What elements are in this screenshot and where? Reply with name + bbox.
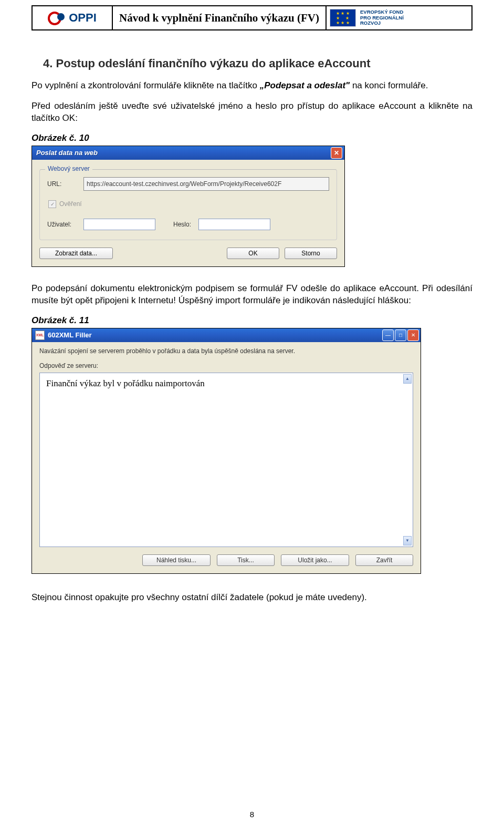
verify-checkbox-row: ✓ Ověření	[48, 200, 329, 208]
print-preview-button[interactable]: Náhled tisku...	[142, 554, 211, 566]
section-heading: 4. Postup odeslání finančního výkazu do …	[43, 57, 472, 70]
scroll-down-icon[interactable]: ▼	[403, 536, 412, 545]
oppi-logo: OPPI	[48, 9, 97, 27]
url-input[interactable]: https://eaccount-test.czechinvest.org/We…	[83, 177, 329, 191]
web-server-group: Webový server URL: https://eaccount-test…	[39, 169, 337, 240]
oppi-text: OPPI	[69, 11, 97, 25]
close-button[interactable]: Zavřít	[355, 554, 413, 566]
pass-input[interactable]	[198, 219, 270, 230]
user-input[interactable]	[83, 219, 155, 230]
cancel-button[interactable]: Storno	[285, 248, 337, 259]
credentials-row: Uživatel: Heslo:	[47, 219, 329, 230]
document-page: OPPI Návod k vyplnění Finančního výkazu …	[0, 5, 504, 824]
dialog2-titlebar: XML 602XML Filler — □ ✕	[32, 328, 421, 342]
eu-fund-label: EVROPSKÝ FOND PRO REGIONÁLNÍ ROZVOJ	[360, 9, 404, 26]
dialog2-buttons: Náhled tisku... Tisk... Uložit jako... Z…	[39, 554, 413, 566]
paragraph-1: Po vyplnění a zkontrolování formuláře kl…	[32, 80, 472, 92]
dialog1-title-text: Poslat data na web	[36, 149, 98, 157]
figure-label-11: Obrázek č. 11	[32, 315, 472, 326]
minimize-icon[interactable]: —	[382, 329, 394, 341]
reply-text: Finanční výkaz byl v pořádku naimportová…	[46, 378, 406, 389]
user-label: Uživatel:	[47, 221, 76, 228]
dialog2-title-text: 602XML Filler	[48, 331, 92, 339]
dialog1-body: Webový server URL: https://eaccount-test…	[32, 160, 344, 266]
verify-label: Ověření	[59, 200, 82, 208]
oppi-icon	[48, 9, 66, 27]
page-content: 4. Postup odeslání finančního výkazu do …	[32, 57, 472, 604]
reply-textarea[interactable]: Finanční výkaz byl v pořádku naimportová…	[39, 373, 413, 547]
dialog-import-result: XML 602XML Filler — □ ✕ Navázání spojení…	[32, 328, 421, 574]
show-data-button[interactable]: Zobrazit data...	[39, 248, 113, 259]
page-title: Návod k vyplnění Finančního výkazu (FV)	[113, 5, 326, 30]
paragraph-3: Po podepsání dokumentu elektronickým pod…	[32, 283, 472, 307]
scrollbar[interactable]: ▲ ▼	[403, 374, 412, 545]
dialog1-buttons: Zobrazit data... OK Storno	[39, 248, 337, 259]
maximize-icon[interactable]: □	[395, 329, 406, 341]
dialog1-titlebar: Poslat data na web ✕	[32, 146, 344, 160]
close-icon[interactable]: ✕	[407, 329, 419, 341]
reply-label: Odpověď ze serveru:	[39, 362, 413, 369]
url-row: URL: https://eaccount-test.czechinvest.o…	[47, 177, 329, 191]
eu-flag-icon: ★ ★ ★★ ★★ ★ ★	[330, 9, 356, 27]
checkbox-icon[interactable]: ✓	[48, 200, 56, 208]
save-as-button[interactable]: Uložit jako...	[281, 554, 349, 566]
print-button[interactable]: Tisk...	[217, 554, 275, 566]
status-message: Navázání spojení se serverem proběhlo v …	[39, 347, 413, 355]
ok-button[interactable]: OK	[227, 248, 279, 259]
group-legend: Webový server	[45, 165, 92, 172]
page-header: OPPI Návod k vyplnění Finančního výkazu …	[32, 5, 472, 30]
scroll-up-icon[interactable]: ▲	[403, 374, 412, 384]
dialog-send-data: Poslat data na web ✕ Webový server URL: …	[32, 146, 345, 267]
window-buttons: — □ ✕	[382, 329, 419, 341]
figure-label-10: Obrázek č. 10	[32, 133, 472, 143]
eu-fund-box: ★ ★ ★★ ★★ ★ ★ EVROPSKÝ FOND PRO REGIONÁL…	[326, 5, 472, 30]
logo-oppi-box: OPPI	[32, 5, 113, 30]
url-label: URL:	[47, 180, 76, 188]
paragraph-4: Stejnou činnost opakujte pro všechny ost…	[32, 592, 472, 604]
page-number: 8	[0, 810, 504, 819]
dialog2-body: Navázání spojení se serverem proběhlo v …	[32, 342, 421, 573]
paragraph-2: Před odesláním ještě uveďte své uživatel…	[32, 100, 472, 125]
xml-icon: XML	[35, 331, 45, 340]
pass-label: Heslo:	[173, 221, 191, 228]
close-icon[interactable]: ✕	[331, 147, 342, 159]
